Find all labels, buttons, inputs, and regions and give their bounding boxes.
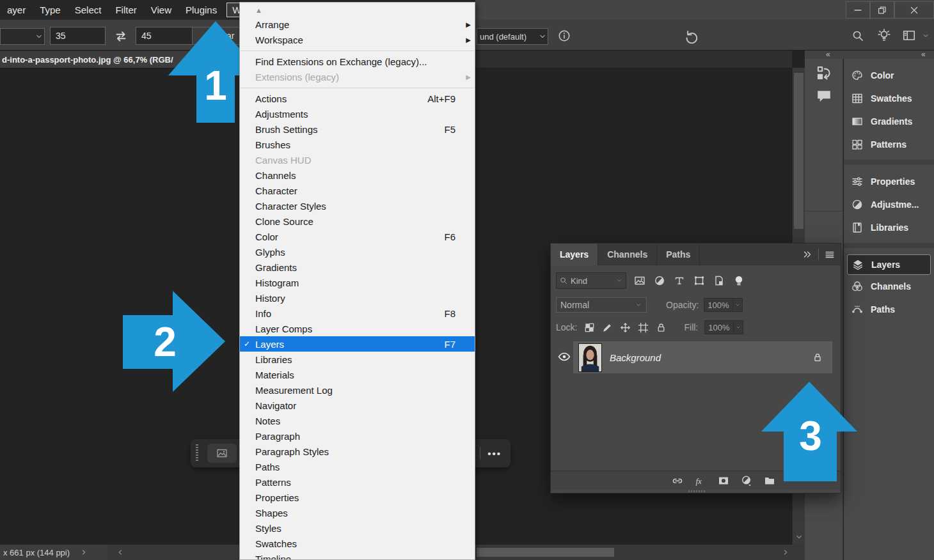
menu-item[interactable]: Color F6 xyxy=(240,229,475,244)
menubar-item[interactable]: View xyxy=(144,3,178,17)
image-filter-icon[interactable] xyxy=(633,274,646,287)
taskbar-image-button[interactable] xyxy=(207,444,237,463)
dock-panel-button[interactable]: Layers xyxy=(847,254,931,275)
filter-toggle-icon[interactable] xyxy=(732,274,745,287)
menu-item[interactable]: Patterns xyxy=(240,474,475,490)
smart-object-filter-icon[interactable] xyxy=(713,274,725,287)
dock-panel-button[interactable]: Channels xyxy=(844,275,934,298)
eye-icon[interactable] xyxy=(557,350,571,364)
fx-icon[interactable]: fx xyxy=(694,474,707,487)
dock-panel-button[interactable]: Libraries xyxy=(844,216,934,239)
checkerboard-icon[interactable] xyxy=(583,322,596,334)
panel-tab[interactable]: Channels xyxy=(598,244,657,265)
menu-item[interactable]: Libraries xyxy=(240,352,475,367)
tool-preset-dropdown[interactable] xyxy=(0,28,45,45)
menu-item[interactable]: Histogram xyxy=(240,275,475,290)
dock-panel-button[interactable]: Paths xyxy=(844,298,934,321)
menu-item[interactable]: Materials xyxy=(240,367,475,382)
minimize-button[interactable] xyxy=(846,1,870,19)
menu-item[interactable]: Layer Comps xyxy=(240,321,475,336)
padlock-icon[interactable] xyxy=(655,322,667,334)
menu-item[interactable]: Paragraph xyxy=(240,428,475,444)
move-icon[interactable] xyxy=(619,322,631,334)
adjustment-circle-icon[interactable] xyxy=(740,474,753,487)
chevron-down-icon[interactable] xyxy=(921,31,930,40)
menu-item[interactable]: Brush Settings F5 xyxy=(240,121,475,137)
taskbar-drag-handle-icon[interactable] xyxy=(196,444,198,462)
shape-filter-icon[interactable] xyxy=(693,274,706,287)
menu-item[interactable]: Find Extensions on Exchange (legacy)... xyxy=(240,54,475,69)
collapse-panels-icon[interactable]: « xyxy=(921,50,925,59)
dock-mini-button[interactable] xyxy=(815,64,833,82)
menu-item[interactable]: Measurement Log xyxy=(240,382,475,398)
collapse-panel-icon[interactable] xyxy=(802,249,813,260)
dock-panel-button[interactable]: Gradients xyxy=(844,110,934,133)
dock-panel-button[interactable]: Properties xyxy=(844,170,934,193)
dock-panel-button[interactable]: Swatches xyxy=(844,87,934,110)
menu-item[interactable]: Clone Source xyxy=(240,214,475,229)
menubar-item[interactable]: Type xyxy=(33,3,68,17)
collapse-panels-icon[interactable]: « xyxy=(826,50,830,59)
menu-item[interactable]: Timeline xyxy=(240,551,475,560)
menu-item[interactable]: Paths xyxy=(240,459,475,474)
layer-row-background[interactable]: Background xyxy=(573,341,832,373)
panel-menu-icon[interactable] xyxy=(824,249,835,260)
reset-icon[interactable] xyxy=(683,27,700,44)
close-button[interactable] xyxy=(894,1,934,19)
blend-mode-dropdown[interactable]: Normal xyxy=(556,297,647,313)
menu-item[interactable]: Character xyxy=(240,183,475,198)
mask-icon[interactable] xyxy=(717,474,730,487)
swap-dimensions-icon[interactable] xyxy=(113,28,129,45)
layer-thumbnail[interactable] xyxy=(578,343,602,372)
panel-resize-grip[interactable] xyxy=(688,490,705,492)
menu-item[interactable]: Canvas HUD xyxy=(240,152,475,167)
scroll-down-icon[interactable] xyxy=(794,532,804,542)
menu-item[interactable]: Actions Alt+F9 xyxy=(240,91,475,106)
menu-item[interactable]: Paragraph Styles xyxy=(240,444,475,459)
fill-preset-dropdown[interactable]: und (default) xyxy=(477,28,548,45)
menu-item[interactable]: Navigator xyxy=(240,398,475,413)
restore-button[interactable] xyxy=(870,1,894,19)
horizontal-scrollbar-thumb[interactable] xyxy=(477,548,614,557)
menubar-item[interactable]: ayer xyxy=(0,3,33,17)
menu-scroll-up-icon[interactable]: ▲ xyxy=(255,6,262,14)
dock-panel-button[interactable]: Color xyxy=(844,64,934,87)
menubar-item[interactable]: Select xyxy=(68,3,109,17)
layer-lock-icon[interactable] xyxy=(812,352,823,363)
info-icon[interactable] xyxy=(557,29,571,43)
menu-item[interactable]: Notes xyxy=(240,413,475,428)
menu-item[interactable]: History xyxy=(240,290,475,306)
dock-panel-button[interactable]: Adjustme... xyxy=(844,193,934,216)
dock-mini-button[interactable] xyxy=(815,87,833,105)
menu-item[interactable]: Channels xyxy=(240,167,475,183)
menu-item[interactable]: Character Styles xyxy=(240,198,475,214)
opacity-value[interactable]: 100% xyxy=(704,298,742,312)
dock-panel-button[interactable]: Patterns xyxy=(844,133,934,156)
menu-item[interactable]: Brushes xyxy=(240,137,475,152)
layer-name[interactable]: Background xyxy=(610,352,812,363)
layer-filter-search[interactable]: Kind xyxy=(556,272,626,289)
menu-item[interactable]: Glyphs xyxy=(240,244,475,260)
artboard-icon[interactable] xyxy=(637,322,649,334)
menu-item[interactable]: Arrange ▶ xyxy=(240,17,475,32)
search-icon[interactable] xyxy=(851,29,865,43)
crop-width-input[interactable]: 35 xyxy=(50,27,106,45)
scroll-left-icon[interactable] xyxy=(115,547,125,557)
type-filter-icon[interactable] xyxy=(673,274,686,287)
menu-item[interactable] xyxy=(240,84,475,91)
panel-tab[interactable]: Paths xyxy=(657,244,700,265)
adjustment-filter-icon[interactable] xyxy=(653,274,666,287)
menu-item[interactable]: Gradients xyxy=(240,260,475,275)
menu-item[interactable]: Info F8 xyxy=(240,306,475,321)
menubar-item[interactable]: Plugins xyxy=(178,3,224,17)
menu-item[interactable]: Extensions (legacy) ▶ xyxy=(240,69,475,84)
status-expand-icon[interactable] xyxy=(79,547,89,557)
link-icon[interactable] xyxy=(671,474,684,487)
menubar-item[interactable]: Filter xyxy=(108,3,143,17)
menu-item[interactable]: Shapes xyxy=(240,505,475,520)
menu-item[interactable]: Properties xyxy=(240,490,475,505)
menu-item[interactable]: Workspace ▶ xyxy=(240,32,475,47)
scroll-right-icon[interactable] xyxy=(780,547,791,557)
menu-item[interactable]: ✓ Layers F7 xyxy=(240,336,475,352)
fill-value[interactable]: 100% xyxy=(704,320,743,334)
